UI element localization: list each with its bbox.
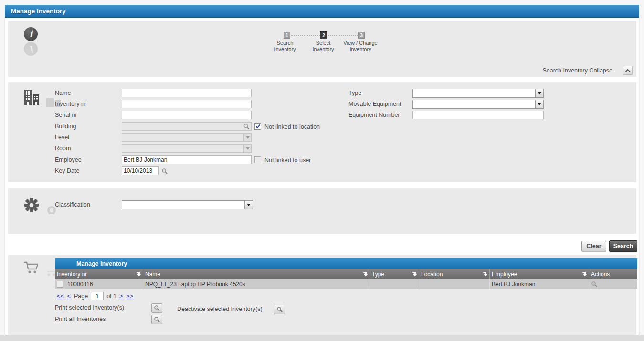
- sort-icon[interactable]: [581, 271, 587, 277]
- page-last-link[interactable]: >>: [126, 293, 133, 300]
- employee-input[interactable]: [122, 155, 252, 164]
- page-first-link[interactable]: <<: [57, 293, 64, 300]
- employee-label: Employee: [55, 156, 82, 163]
- results-table-title: Manage Inventory: [76, 260, 127, 267]
- not-linked-location-checkbox[interactable]: [254, 123, 261, 130]
- wizard-step-1-label: Search Inventory: [265, 40, 305, 52]
- building-input: [122, 122, 252, 131]
- print-all-button[interactable]: [151, 315, 162, 324]
- column-header-name[interactable]: Name: [143, 269, 370, 279]
- key-date-label: Key Date: [55, 167, 79, 174]
- sort-icon[interactable]: [482, 271, 488, 277]
- wizard-step-3-box[interactable]: 3: [358, 32, 365, 39]
- type-label: Type: [348, 90, 361, 96]
- level-label: Level: [55, 134, 69, 141]
- search-icon: [154, 316, 160, 323]
- type-dropdown-button[interactable]: [535, 89, 543, 97]
- footer-strip: [0, 335, 644, 341]
- room-dropdown-button: [243, 145, 251, 152]
- type-select[interactable]: [412, 89, 544, 98]
- name-input[interactable]: [122, 89, 252, 97]
- inventory-nr-input[interactable]: [122, 100, 252, 108]
- wizard-step-3-label: View / Change Inventory: [342, 40, 379, 52]
- wizard-step-2-box[interactable]: 2: [320, 31, 327, 39]
- sort-icon[interactable]: [362, 271, 368, 277]
- level-dropdown-button: [243, 134, 251, 141]
- results-table-header: Inventory nr Name Type Location Employee: [55, 269, 637, 279]
- equipment-number-input[interactable]: [412, 111, 544, 119]
- key-date-input[interactable]: [122, 166, 159, 175]
- print-all-label: Print all Inventories: [55, 316, 106, 322]
- deactivate-selected-label: Deactivate selected Inventory(s): [177, 306, 263, 312]
- collapse-label: Search Inventory Collapse: [516, 67, 612, 74]
- serial-nr-label: Serial nr: [55, 112, 77, 118]
- column-header-location[interactable]: Location: [419, 269, 490, 279]
- sort-icon[interactable]: [411, 271, 417, 277]
- row-details-search-icon[interactable]: [591, 281, 598, 288]
- classification-section: [8, 188, 636, 234]
- manage-inventory-screen: Manage Inventory i i 1 2 3 Search Invent…: [0, 0, 644, 341]
- classification-dropdown-button[interactable]: [244, 201, 253, 209]
- print-selected-button[interactable]: [151, 303, 162, 313]
- cell-location: [419, 279, 490, 289]
- cell-inventory-nr: 10000316: [55, 279, 143, 289]
- info-icon: i i: [24, 27, 38, 56]
- window-title-bar: Manage Inventory: [5, 5, 639, 18]
- search-icon: [154, 305, 160, 311]
- classification-label: Classification: [55, 201, 90, 208]
- not-linked-user-label: Not linked to user: [264, 157, 311, 164]
- chevron-up-icon: [625, 69, 631, 72]
- page-of-label: of 1: [106, 293, 116, 300]
- page-label: Page: [74, 293, 88, 300]
- movable-equipment-label: Movable Equipment: [348, 101, 401, 107]
- name-label: Name: [55, 90, 71, 96]
- room-select: [122, 144, 252, 153]
- page-number-input[interactable]: [91, 292, 104, 300]
- page-title: Manage Inventory: [11, 8, 66, 15]
- building-search-icon[interactable]: [243, 123, 250, 130]
- search-button[interactable]: Search: [609, 240, 637, 252]
- column-header-employee[interactable]: Employee: [490, 269, 589, 279]
- wizard-connector-2: [328, 35, 358, 36]
- search-icon: [276, 306, 283, 313]
- row-select-checkbox[interactable]: [57, 281, 63, 288]
- page-prev-link[interactable]: <: [67, 293, 71, 300]
- cell-actions: [589, 279, 637, 289]
- deactivate-selected-button[interactable]: [274, 305, 285, 314]
- table-row: 10000316 NPQ_LT_23 Laptop HP Probook 452…: [55, 279, 637, 289]
- classification-select[interactable]: [122, 200, 253, 209]
- equipment-number-label: Equipment Number: [348, 112, 400, 118]
- results-table-title-bar: Manage Inventory: [55, 258, 637, 269]
- wizard-step-1-box[interactable]: 1: [284, 32, 290, 39]
- not-linked-user-checkbox[interactable]: [254, 156, 261, 163]
- key-date-search-icon[interactable]: [161, 167, 169, 175]
- not-linked-location-label: Not linked to location: [264, 124, 320, 130]
- wizard-connector-1: [291, 35, 320, 36]
- sort-icon[interactable]: [135, 271, 141, 277]
- collapse-button[interactable]: [623, 66, 633, 75]
- cell-name: NPQ_LT_23 Laptop HP Probook 4520s: [143, 279, 370, 289]
- clear-button[interactable]: Clear: [581, 241, 606, 251]
- checkmark-icon: [255, 124, 261, 129]
- wizard-step-2-label: Select Inventory: [305, 40, 342, 52]
- serial-nr-input[interactable]: [122, 111, 252, 119]
- room-label: Room: [55, 145, 71, 152]
- movable-equipment-dropdown-button[interactable]: [535, 100, 543, 108]
- level-select: [122, 133, 252, 142]
- column-header-type[interactable]: Type: [370, 269, 419, 279]
- inventory-nr-label: Inventory nr: [55, 101, 86, 107]
- column-header-actions: Actions: [589, 269, 637, 279]
- movable-equipment-select[interactable]: [412, 100, 544, 109]
- cell-type: [370, 279, 419, 289]
- print-selected-label: Print selected Inventory(s): [55, 304, 124, 311]
- cart-icon: [23, 260, 59, 279]
- building-label: Building: [55, 123, 76, 130]
- column-header-inventory-nr[interactable]: Inventory nr: [55, 269, 143, 279]
- cell-employee: Bert BJ Jonkman: [490, 279, 589, 289]
- pagination: << < Page of 1 > >>: [57, 292, 137, 300]
- page-next-link[interactable]: >: [119, 293, 123, 300]
